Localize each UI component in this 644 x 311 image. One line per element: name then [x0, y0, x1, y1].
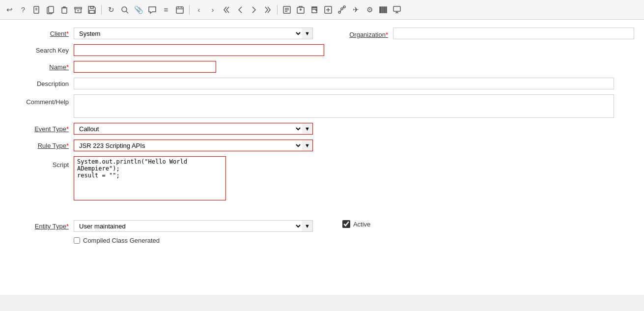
ruletype-label: Rule Type*	[10, 140, 74, 149]
new-doc-icon[interactable]	[31, 4, 42, 15]
eventtype-row: Event Type* Callout ▼	[10, 123, 634, 135]
eventtype-field[interactable]: Callout ▼	[74, 123, 313, 135]
org-label: Organization*	[334, 28, 393, 38]
entitytype-label: Entity Type*	[10, 220, 74, 230]
graph-icon[interactable]	[336, 4, 347, 15]
org-input[interactable]: *	[393, 28, 634, 39]
delete-icon[interactable]	[59, 4, 70, 15]
settings-icon[interactable]: ⚙	[364, 4, 375, 15]
name-label: Name*	[10, 61, 74, 71]
ruletype-row: Rule Type* JSR 223 Scripting APIs ▼	[10, 140, 634, 151]
entitytype-field[interactable]: User maintained ▼	[74, 220, 313, 232]
zoom-icon[interactable]	[323, 4, 334, 15]
barcode-icon[interactable]	[378, 4, 389, 15]
name-input[interactable]: HelloWorldInCallout	[74, 61, 216, 73]
prev-icon[interactable]	[235, 4, 246, 15]
eventtype-select[interactable]: Callout	[74, 123, 302, 135]
back-icon[interactable]: ‹	[194, 4, 204, 15]
svg-rect-12	[176, 7, 183, 13]
ruletype-select[interactable]: JSR 223 Scripting APIs	[74, 140, 302, 151]
searchkey-row: Search Key beanshell:HelloWorld	[10, 44, 634, 56]
script-row: Script System.out.println("Hello World A…	[10, 156, 634, 200]
last-icon[interactable]	[262, 4, 273, 15]
comment-row: Comment/Help	[10, 94, 634, 118]
description-input[interactable]	[74, 78, 614, 89]
svg-rect-37	[393, 6, 400, 11]
toolbar: ↩ ? ↻	[0, 0, 644, 20]
svg-rect-36	[386, 7, 387, 13]
form-area: Client* System ▼ Organization* * Search …	[0, 20, 644, 295]
screen-icon[interactable]	[392, 4, 402, 15]
search-icon[interactable]	[119, 4, 130, 15]
description-label: Description	[10, 78, 74, 87]
searchkey-input[interactable]: beanshell:HelloWorld	[74, 44, 324, 56]
entitytype-select[interactable]: User maintained	[74, 220, 302, 232]
svg-rect-4	[49, 6, 54, 13]
compiled-checkbox[interactable]	[74, 237, 80, 244]
svg-rect-9	[89, 10, 94, 13]
svg-rect-35	[384, 7, 385, 13]
script-label: Script	[10, 156, 74, 169]
svg-rect-33	[380, 7, 381, 13]
active-label: Active	[353, 221, 370, 228]
client-dropdown-btn[interactable]: ▼	[302, 28, 313, 39]
ruletype-dropdown-btn[interactable]: ▼	[302, 140, 313, 151]
list-icon[interactable]: ≡	[161, 4, 171, 15]
svg-point-10	[122, 7, 127, 12]
archive-icon[interactable]	[73, 4, 84, 15]
copy-doc-icon[interactable]	[45, 4, 56, 15]
client-field[interactable]: System ▼	[74, 28, 314, 39]
name-row: Name* HelloWorldInCallout	[10, 61, 634, 73]
attach-icon[interactable]: 📎	[133, 4, 144, 15]
print-icon[interactable]	[309, 4, 320, 15]
description-row: Description	[10, 78, 634, 89]
help-icon[interactable]: ?	[18, 4, 28, 15]
separator3	[277, 5, 278, 15]
refresh-icon[interactable]: ↻	[106, 4, 116, 15]
undo-icon[interactable]: ↩	[4, 4, 15, 15]
searchkey-label: Search Key	[10, 44, 74, 54]
svg-point-24	[316, 10, 317, 11]
send-icon[interactable]: ✈	[350, 4, 361, 15]
ruletype-field[interactable]: JSR 223 Scripting APIs ▼	[74, 140, 313, 151]
svg-rect-34	[382, 7, 383, 13]
script-textarea[interactable]: System.out.println("Hello World ADempier…	[74, 156, 226, 200]
svg-line-11	[126, 11, 128, 13]
first-icon[interactable]	[221, 4, 232, 15]
comment-label: Comment/Help	[10, 94, 74, 106]
svg-rect-5	[62, 8, 67, 13]
client-label: Client*	[10, 28, 74, 37]
client-org-row: Client* System ▼ Organization* *	[10, 28, 634, 39]
separator2	[189, 5, 190, 15]
client-select[interactable]: System	[74, 28, 302, 39]
compiled-row: Compiled Class Generated	[74, 237, 634, 244]
active-checkbox[interactable]	[342, 220, 350, 228]
svg-rect-6	[75, 7, 82, 9]
forward-icon[interactable]: ›	[207, 4, 218, 15]
report1-icon[interactable]	[281, 4, 292, 15]
eventtype-dropdown-btn[interactable]: ▼	[302, 123, 313, 135]
entitytype-dropdown-btn[interactable]: ▼	[302, 220, 313, 232]
chat-icon[interactable]	[147, 4, 158, 15]
comment-textarea[interactable]	[74, 94, 614, 118]
report2-icon[interactable]	[295, 4, 306, 15]
save-icon[interactable]	[86, 4, 97, 15]
svg-rect-8	[90, 6, 93, 8]
separator1	[101, 5, 102, 15]
calendar-icon[interactable]	[174, 4, 185, 15]
entitytype-active-row: Entity Type* User maintained ▼ Active	[10, 220, 634, 232]
svg-line-32	[343, 7, 343, 8]
compiled-label: Compiled Class Generated	[83, 237, 160, 244]
next-icon[interactable]	[249, 4, 259, 15]
svg-line-31	[340, 10, 341, 12]
eventtype-label: Event Type*	[10, 123, 74, 133]
